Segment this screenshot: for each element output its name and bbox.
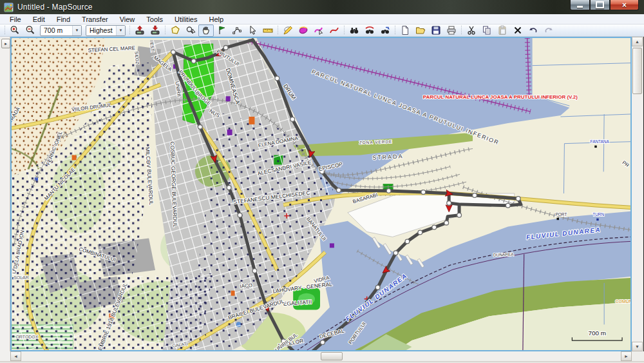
- route-waypoint[interactable]: [432, 225, 437, 230]
- route-waypoint[interactable]: [375, 285, 380, 289]
- paste-clipboard-icon: [497, 25, 507, 35]
- route-waypoint[interactable]: [506, 203, 510, 208]
- route-waypoint[interactable]: [223, 46, 228, 50]
- cut-button[interactable]: [464, 25, 479, 37]
- route-waypoint[interactable]: [473, 193, 477, 198]
- panel-expand-button[interactable]: ▸: [1, 39, 10, 48]
- find-button[interactable]: [346, 25, 362, 37]
- vertical-scroll-thumb[interactable]: [632, 48, 642, 94]
- copy-button[interactable]: [479, 25, 495, 37]
- route-waypoint[interactable]: [275, 76, 279, 81]
- route-waypoint[interactable]: [418, 230, 422, 235]
- save-file-button[interactable]: [428, 25, 444, 37]
- toolbar: 700 m ▼ Highest ▼: [0, 25, 644, 37]
- menu-help[interactable]: Help: [203, 15, 229, 24]
- route-waypoint[interactable]: [191, 59, 196, 63]
- menu-transfer[interactable]: Transfer: [76, 15, 114, 24]
- route-tool-button[interactable]: [229, 25, 245, 37]
- menu-file[interactable]: File: [4, 15, 27, 24]
- maximize-button[interactable]: [590, 0, 610, 10]
- selection-tool-button[interactable]: [245, 25, 260, 37]
- route-waypoint[interactable]: [393, 251, 398, 255]
- map-label: PARCUL NATURAL LUNCA JOASA A PRUTULUI IN…: [423, 94, 578, 100]
- scroll-up-button[interactable]: ▲: [632, 37, 643, 46]
- menu-view[interactable]: View: [114, 15, 141, 24]
- route-waypoint[interactable]: [227, 186, 231, 190]
- receive-from-device-button[interactable]: [147, 25, 163, 37]
- menu-edit[interactable]: Edit: [27, 15, 51, 24]
- delete-button[interactable]: [510, 25, 526, 37]
- title-bar[interactable]: Untitled - MapSource ×: [0, 0, 644, 14]
- toolbar-separator: [344, 26, 345, 35]
- route-waypoint[interactable]: [290, 117, 295, 122]
- redo-button[interactable]: [541, 25, 556, 37]
- new-file-icon: [400, 25, 410, 35]
- route-waypoint[interactable]: [337, 188, 341, 193]
- toolbar-separator: [165, 26, 166, 35]
- map-select-tool-icon: [170, 25, 180, 35]
- new-file-button[interactable]: [397, 25, 413, 37]
- toolbar-separator: [395, 26, 395, 35]
- waypoint-tool-button[interactable]: [214, 25, 229, 37]
- route-waypoint[interactable]: [238, 213, 242, 217]
- collapsed-data-panel: ▸: [0, 37, 10, 351]
- route-waypoint[interactable]: [444, 221, 449, 225]
- scroll-left-button[interactable]: ◄: [10, 351, 21, 361]
- route-waypoint[interactable]: [447, 201, 451, 206]
- redo-arrow-icon: [544, 25, 554, 35]
- open-file-button[interactable]: [413, 25, 428, 37]
- hand-tool-button[interactable]: [198, 25, 214, 37]
- track-curve-icon: [329, 25, 339, 35]
- route-waypoint[interactable]: [252, 269, 257, 273]
- send-to-device-icon: [135, 25, 145, 35]
- minimize-button[interactable]: [570, 0, 590, 10]
- send-to-device-button[interactable]: [132, 25, 147, 37]
- draw-area-tool-button[interactable]: [296, 25, 311, 37]
- zoom-in-button[interactable]: [7, 25, 23, 37]
- map-select-tool-button[interactable]: [167, 25, 183, 37]
- paste-button[interactable]: [495, 25, 510, 37]
- measure-tool-button[interactable]: [260, 25, 276, 37]
- open-folder-icon: [415, 25, 426, 35]
- map-detail-combo[interactable]: Highest ▼: [86, 25, 126, 36]
- map-label: DUNAREA: [493, 252, 514, 257]
- undo-button[interactable]: [526, 25, 541, 37]
- menu-utilities[interactable]: Utilities: [169, 15, 203, 24]
- lasso-select-tool-button[interactable]: [311, 25, 327, 37]
- route-waypoint[interactable]: [405, 239, 410, 244]
- route-waypoint[interactable]: [421, 190, 426, 195]
- delete-x-icon: [513, 25, 523, 35]
- zoom-out-button[interactable]: [23, 25, 38, 37]
- scale-bar-label: 700 m: [588, 329, 606, 337]
- route-waypoint[interactable]: [198, 124, 202, 129]
- magenta-area-icon: [298, 25, 308, 35]
- route-waypoint[interactable]: [386, 189, 391, 193]
- route-waypoint[interactable]: [516, 197, 520, 201]
- horizontal-scrollbar[interactable]: ◄ ►: [10, 351, 632, 361]
- track-draw-tool-button[interactable]: [327, 25, 342, 37]
- map-scale-combo[interactable]: 700 m ▼: [40, 25, 82, 36]
- minimize-icon: [577, 6, 583, 8]
- window-title: Untitled - MapSource: [17, 3, 93, 12]
- map-canvas[interactable]: STEFAN CEL MAREMAGELASILOZESTIPRUTULUIPR…: [12, 38, 630, 350]
- route-waypoint[interactable]: [321, 340, 325, 345]
- vertical-scrollbar[interactable]: ▲ ▼: [632, 37, 643, 351]
- find-nearest-button[interactable]: [362, 25, 377, 37]
- route-waypoint[interactable]: [171, 50, 176, 54]
- map-label: ORTODOX: [15, 335, 38, 339]
- find-recent-button[interactable]: [377, 25, 393, 37]
- route-waypoint[interactable]: [457, 213, 462, 217]
- edit-waypoint-tool-button[interactable]: [280, 25, 296, 37]
- map-frame: STEFAN CEL MAREMAGELASILOZESTIPRUTULUIPR…: [10, 37, 632, 351]
- zoom-out-icon: [25, 25, 35, 35]
- zoom-tool-button[interactable]: [183, 25, 198, 37]
- toolbar-separator: [461, 26, 462, 35]
- menu-find[interactable]: Find: [51, 15, 76, 24]
- print-button[interactable]: [444, 25, 459, 37]
- scroll-right-button[interactable]: ►: [621, 351, 632, 361]
- scroll-down-button[interactable]: ▼: [632, 342, 643, 351]
- toolbar-separator: [278, 26, 278, 35]
- menu-tools[interactable]: Tools: [140, 15, 169, 24]
- horizontal-scroll-thumb[interactable]: [321, 352, 343, 360]
- close-button[interactable]: ×: [610, 0, 639, 10]
